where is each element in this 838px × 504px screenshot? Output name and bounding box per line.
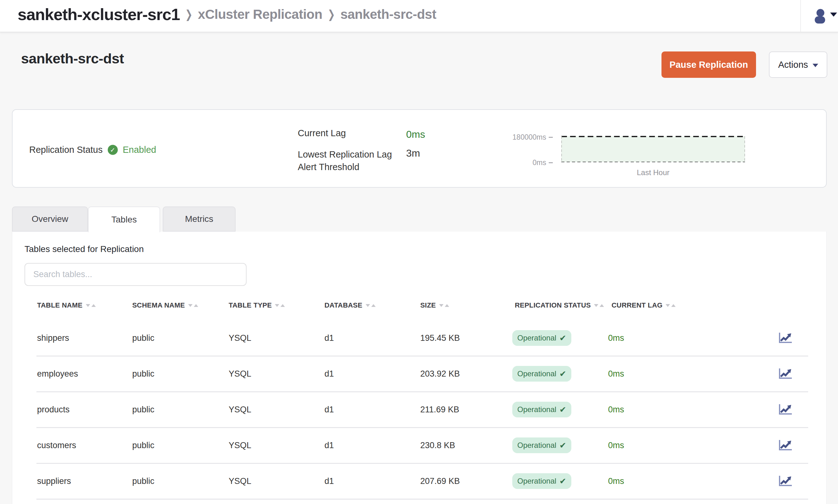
column-header-label: TABLE NAME: [37, 301, 83, 309]
cell-database: d1: [325, 440, 334, 450]
cell-size: 195.45 KB: [420, 333, 460, 343]
column-header-label: DATABASE: [325, 301, 363, 309]
sort-icons[interactable]: [188, 304, 198, 307]
replication-status-value: Enabled: [123, 145, 156, 155]
lag-threshold-label-line1: Lowest Replication Lag: [298, 148, 392, 161]
cell-table-type: YSQL: [229, 369, 251, 379]
breadcrumb-current: sanketh-src-dst: [341, 7, 436, 22]
table-row: products public YSQL d1 211.69 KB Operat…: [36, 392, 808, 428]
breadcrumb: sanketh-xcluster-src1 ❯ xCluster Replica…: [18, 0, 436, 32]
row-lag-graph-icon[interactable]: [778, 368, 792, 380]
lag-threshold-value: 3m: [406, 147, 420, 159]
badge-label: Operational: [517, 441, 556, 450]
table-row: suppliers public YSQL d1 207.69 KB Opera…: [36, 464, 808, 500]
cell-table-name: employees: [37, 369, 78, 379]
cell-table-name: products: [37, 405, 70, 415]
cell-table-name: suppliers: [37, 476, 71, 486]
search-tables-input[interactable]: [24, 263, 247, 286]
sort-icons[interactable]: [594, 304, 604, 307]
cell-current-lag: 0ms: [608, 369, 624, 379]
chart-ymax-tick: [549, 137, 553, 138]
replication-status-row: Replication Status ✓ Enabled: [29, 145, 156, 155]
sort-icons[interactable]: [439, 304, 449, 307]
replication-status-badge: Operational✔: [512, 330, 571, 346]
cell-table-type: YSQL: [229, 333, 251, 343]
badge-label: Operational: [517, 477, 556, 485]
column-header-table-type[interactable]: TABLE TYPE: [229, 301, 285, 309]
replication-status-badge: Operational✔: [512, 473, 571, 489]
cell-schema-name: public: [132, 333, 155, 343]
cell-database: d1: [325, 405, 334, 415]
breadcrumb-separator-icon: ❯: [328, 7, 335, 21]
header-divider: [800, 0, 801, 32]
sort-icons[interactable]: [366, 304, 376, 307]
user-icon[interactable]: [814, 7, 825, 26]
replication-status-badge: Operational✔: [512, 437, 571, 453]
actions-button[interactable]: Actions: [769, 52, 827, 78]
badge-check-icon: ✔: [559, 369, 566, 379]
table-row: employees public YSQL d1 203.92 KB Opera…: [36, 357, 808, 392]
column-header-size[interactable]: SIZE: [420, 301, 449, 309]
cell-current-lag: 0ms: [608, 476, 624, 486]
table-row: shippers public YSQL d1 195.45 KB Operat…: [36, 321, 808, 357]
breadcrumb-section[interactable]: xCluster Replication: [198, 7, 322, 22]
cell-table-name: shippers: [37, 333, 69, 343]
column-header-current-lag[interactable]: CURRENT LAG: [612, 301, 676, 309]
column-header-label: SIZE: [420, 301, 436, 309]
tables-panel: Tables selected for Replication TABLE NA…: [12, 232, 827, 504]
top-nav-bar: sanketh-xcluster-src1 ❯ xCluster Replica…: [0, 0, 838, 32]
column-header-table-name[interactable]: TABLE NAME: [37, 301, 96, 309]
tab-tables[interactable]: Tables: [88, 206, 160, 232]
tab-metrics[interactable]: Metrics: [163, 206, 235, 232]
lag-threshold-label-line2: Alert Threshold: [298, 161, 392, 173]
badge-check-icon: ✔: [559, 405, 566, 415]
tables-section-heading: Tables selected for Replication: [24, 244, 144, 254]
table-row: customers public YSQL d1 230.8 KB Operat…: [36, 428, 808, 464]
column-header-label: TABLE TYPE: [229, 301, 272, 309]
current-lag-value: 0ms: [406, 129, 425, 140]
badge-label: Operational: [517, 334, 556, 342]
sort-icons[interactable]: [666, 304, 676, 307]
sort-icons[interactable]: [275, 304, 285, 307]
cell-current-lag: 0ms: [608, 440, 624, 450]
chart-x-label: Last Hour: [561, 168, 745, 177]
column-header-label: CURRENT LAG: [612, 301, 662, 309]
cell-table-type: YSQL: [229, 440, 251, 450]
row-lag-graph-icon[interactable]: [778, 332, 792, 344]
row-lag-graph-icon[interactable]: [778, 475, 792, 487]
breadcrumb-separator-icon: ❯: [185, 7, 193, 21]
cell-table-type: YSQL: [229, 405, 251, 415]
badge-label: Operational: [517, 405, 556, 414]
cell-table-name: customers: [37, 440, 76, 450]
badge-check-icon: ✔: [559, 440, 566, 450]
cell-size: 207.69 KB: [420, 476, 460, 486]
cell-size: 203.92 KB: [420, 369, 460, 379]
cell-database: d1: [325, 369, 334, 379]
cell-schema-name: public: [132, 440, 155, 450]
cell-current-lag: 0ms: [608, 333, 624, 343]
column-header-schema-name[interactable]: SCHEMA NAME: [132, 301, 198, 309]
current-lag-label: Current Lag: [298, 128, 346, 138]
replication-status-label: Replication Status: [29, 145, 103, 155]
column-header-replication-status[interactable]: REPLICATION STATUS: [515, 301, 604, 309]
badge-label: Operational: [517, 370, 556, 378]
actions-caret-icon: [813, 64, 818, 67]
column-header-database[interactable]: DATABASE: [325, 301, 376, 309]
replication-status-card: Replication Status ✓ Enabled Current Lag…: [12, 109, 827, 188]
tab-overview[interactable]: Overview: [12, 206, 88, 232]
lag-threshold-label: Lowest Replication Lag Alert Threshold: [298, 148, 392, 173]
cell-database: d1: [325, 333, 334, 343]
badge-check-icon: ✔: [559, 333, 566, 343]
row-lag-graph-icon[interactable]: [778, 403, 792, 415]
status-check-icon: ✓: [108, 145, 118, 155]
cell-schema-name: public: [132, 476, 155, 486]
chart-ymin-label: 0ms: [477, 159, 546, 167]
breadcrumb-universe[interactable]: sanketh-xcluster-src1: [18, 5, 180, 24]
cell-schema-name: public: [132, 405, 155, 415]
user-menu-caret-icon[interactable]: [830, 13, 837, 17]
lag-threshold-chart: [561, 136, 745, 163]
sort-icons[interactable]: [86, 304, 96, 307]
cell-size: 211.69 KB: [420, 405, 459, 415]
row-lag-graph-icon[interactable]: [778, 439, 792, 451]
pause-replication-button[interactable]: Pause Replication: [662, 52, 756, 78]
